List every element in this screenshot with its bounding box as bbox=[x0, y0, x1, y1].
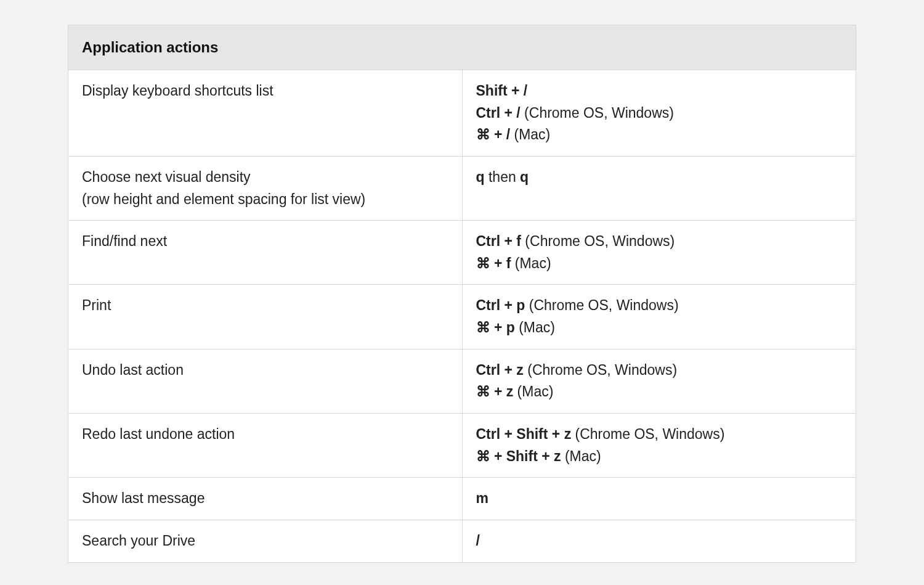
shortcut-cell: Ctrl + p (Chrome OS, Windows)⌘ + p (Mac) bbox=[462, 285, 856, 349]
shortcut-line: ⌘ + / (Mac) bbox=[476, 124, 843, 146]
shortcut-cell: Ctrl + f (Chrome OS, Windows)⌘ + f (Mac) bbox=[462, 221, 856, 285]
page-container: Application actions Display keyboard sho… bbox=[0, 0, 924, 585]
shortcut-key: Ctrl + / bbox=[476, 105, 521, 121]
shortcut-line: Ctrl + Shift + z (Chrome OS, Windows) bbox=[476, 423, 843, 446]
shortcut-note: then bbox=[485, 169, 521, 185]
table-row: PrintCtrl + p (Chrome OS, Windows)⌘ + p … bbox=[68, 285, 856, 349]
action-cell: Redo last undone action bbox=[68, 414, 463, 478]
action-cell: Find/find next bbox=[68, 221, 463, 285]
table-row: Undo last actionCtrl + z (Chrome OS, Win… bbox=[68, 349, 856, 413]
table-row: Choose next visual density(row height an… bbox=[68, 156, 856, 220]
shortcut-line: q then q bbox=[476, 166, 843, 189]
shortcuts-table: Application actions Display keyboard sho… bbox=[68, 25, 856, 563]
action-cell: Print bbox=[68, 285, 463, 349]
shortcut-key: m bbox=[476, 490, 488, 506]
shortcut-line: m bbox=[476, 488, 843, 510]
shortcut-line: Ctrl + / (Chrome OS, Windows) bbox=[476, 102, 843, 125]
table-header: Application actions bbox=[68, 25, 856, 70]
shortcut-note: (Chrome OS, Windows) bbox=[571, 426, 724, 442]
shortcut-line: ⌘ + z (Mac) bbox=[476, 381, 843, 403]
shortcut-cell: Ctrl + z (Chrome OS, Windows)⌘ + z (Mac) bbox=[462, 349, 856, 413]
action-cell: Choose next visual density(row height an… bbox=[68, 156, 463, 220]
shortcut-key: ⌘ + f bbox=[476, 255, 511, 271]
shortcut-note: (Mac) bbox=[513, 383, 553, 399]
shortcut-line: Ctrl + z (Chrome OS, Windows) bbox=[476, 359, 843, 382]
shortcut-note: (Mac) bbox=[515, 319, 555, 335]
table-row: Find/find nextCtrl + f (Chrome OS, Windo… bbox=[68, 221, 856, 285]
action-cell: Display keyboard shortcuts list bbox=[68, 70, 463, 157]
shortcut-key: q bbox=[476, 169, 485, 185]
shortcut-key: ⌘ + Shift + z bbox=[476, 448, 561, 464]
table-row: Display keyboard shortcuts listShift + /… bbox=[68, 70, 856, 157]
shortcut-line: Ctrl + p (Chrome OS, Windows) bbox=[476, 295, 843, 317]
shortcut-line: / bbox=[476, 530, 843, 552]
shortcut-line: Ctrl + f (Chrome OS, Windows) bbox=[476, 231, 843, 253]
shortcut-note: (Mac) bbox=[511, 255, 551, 271]
table-row: Search your Drive/ bbox=[68, 520, 856, 562]
shortcut-note: (Mac) bbox=[510, 126, 550, 142]
shortcut-key: q bbox=[520, 169, 529, 185]
shortcut-cell: m bbox=[462, 478, 856, 520]
action-cell: Search your Drive bbox=[68, 520, 463, 562]
shortcut-note: (Chrome OS, Windows) bbox=[521, 233, 675, 249]
shortcut-cell: / bbox=[462, 520, 856, 562]
table-body: Display keyboard shortcuts listShift + /… bbox=[68, 70, 856, 563]
shortcut-key: ⌘ + p bbox=[476, 319, 515, 335]
shortcut-key: Shift + / bbox=[476, 83, 528, 99]
shortcut-key: ⌘ + z bbox=[476, 383, 514, 399]
shortcut-key: ⌘ + / bbox=[476, 126, 511, 142]
shortcut-key: Ctrl + Shift + z bbox=[476, 426, 572, 442]
action-cell: Undo last action bbox=[68, 349, 463, 413]
shortcut-key: Ctrl + z bbox=[476, 362, 524, 378]
shortcut-cell: q then q bbox=[462, 156, 856, 220]
shortcut-note: (Chrome OS, Windows) bbox=[521, 105, 674, 121]
shortcut-key: Ctrl + f bbox=[476, 233, 521, 249]
table-row: Show last messagem bbox=[68, 478, 856, 520]
shortcut-line: ⌘ + p (Mac) bbox=[476, 317, 843, 339]
shortcut-cell: Shift + /Ctrl + / (Chrome OS, Windows)⌘ … bbox=[462, 70, 856, 157]
shortcut-line: ⌘ + f (Mac) bbox=[476, 253, 843, 275]
shortcut-key: Ctrl + p bbox=[476, 297, 525, 313]
shortcut-line: Shift + / bbox=[476, 80, 843, 102]
shortcut-line: ⌘ + Shift + z (Mac) bbox=[476, 446, 843, 468]
shortcut-note: (Mac) bbox=[561, 448, 601, 464]
shortcut-cell: Ctrl + Shift + z (Chrome OS, Windows)⌘ +… bbox=[462, 414, 856, 478]
shortcut-key: / bbox=[476, 533, 480, 549]
shortcut-note: (Chrome OS, Windows) bbox=[525, 297, 678, 313]
shortcut-note: (Chrome OS, Windows) bbox=[524, 362, 677, 378]
action-cell: Show last message bbox=[68, 478, 463, 520]
table-row: Redo last undone actionCtrl + Shift + z … bbox=[68, 414, 856, 478]
